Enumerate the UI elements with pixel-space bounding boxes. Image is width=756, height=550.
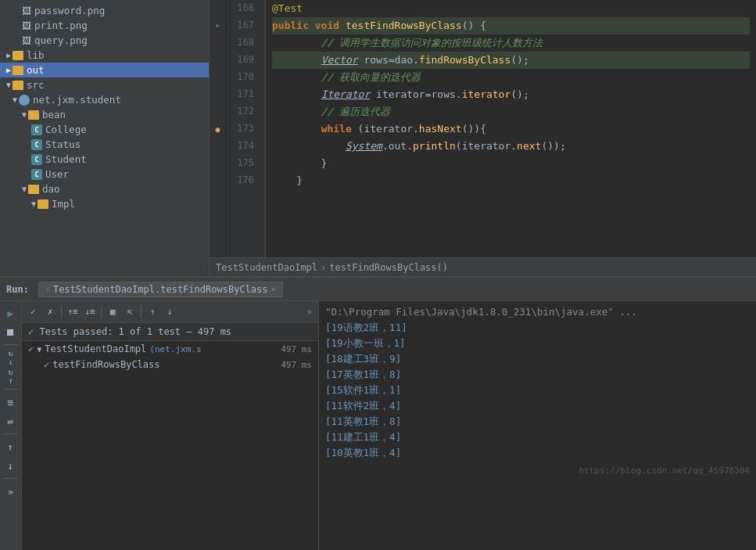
code-line-166: @Test bbox=[272, 0, 750, 17]
toolbar-separator-1 bbox=[4, 344, 18, 345]
more-options[interactable]: » bbox=[306, 307, 315, 317]
run-up-button[interactable]: ↑ bbox=[2, 438, 20, 455]
tree-expand-icon: ▼ bbox=[37, 345, 41, 354]
folder-icon bbox=[28, 185, 39, 194]
test-filter-btn[interactable]: ✓ bbox=[25, 304, 41, 320]
line-num-173: 173 bbox=[227, 120, 259, 138]
test-prev-btn[interactable]: ↑ bbox=[145, 304, 160, 320]
folder-icon bbox=[13, 51, 23, 60]
run-stop-button[interactable]: ⏹ bbox=[2, 323, 20, 340]
sidebar-item-lib[interactable]: ▶ lib bbox=[0, 48, 209, 63]
sidebar-item-password-png[interactable]: 🖼 password.png bbox=[0, 3, 209, 18]
code-editor[interactable]: @Test public void testFindRowsByClass() … bbox=[266, 0, 756, 257]
collapse-arrow: ▶ bbox=[6, 66, 11, 74]
class-icon: C bbox=[31, 169, 42, 180]
test-item-root[interactable]: ✔ ▼ TestStudentDaoImpl (net.jxm.s 497 ms bbox=[22, 341, 318, 357]
breadcrumb-class[interactable]: TestStudentDaoImpl bbox=[216, 262, 317, 273]
toolbar-separator-3 bbox=[4, 433, 18, 434]
test-item-method[interactable]: ✔ testFindRowsByClass 497 ms bbox=[22, 357, 318, 372]
test-status-bar: ✔ Tests passed: 1 of 1 test – 497 ms bbox=[22, 323, 318, 341]
breadcrumb-method[interactable]: testFindRowsByClass() bbox=[329, 262, 448, 273]
run-rerun-up-button[interactable]: ↻↑ bbox=[2, 368, 20, 385]
main-area: 🖼 password.png 🖼 print.png 🖼 query.png ▶… bbox=[0, 0, 756, 276]
test-expand-btn[interactable]: ⇱ bbox=[122, 304, 138, 320]
gutter-line-171 bbox=[210, 86, 227, 103]
output-line-6: [11软件2班，4] bbox=[325, 398, 750, 414]
output-line-7: [11英教1班，8] bbox=[325, 414, 750, 430]
gutter-line-173: ● bbox=[210, 120, 227, 138]
sidebar-item-student[interactable]: C Student bbox=[0, 152, 209, 167]
run-play-button[interactable]: ▶ bbox=[2, 304, 20, 322]
code-line-167: public void testFindRowsByClass() { bbox=[272, 17, 750, 34]
line-num-169: 169 bbox=[227, 52, 259, 69]
line-num-171: 171 bbox=[227, 86, 259, 103]
run-toolbar: ▶ ⏹ ↻↓ ↻↑ ≡ ⇌ ↑ ↓ » bbox=[0, 301, 22, 550]
test-sort-asc[interactable]: ↑≡ bbox=[65, 304, 81, 320]
code-line-168: // 调用学生数据访问对象的按班级统计人数方法 bbox=[272, 34, 750, 52]
sidebar-item-net-jxm[interactable]: ▼ net.jxm.student bbox=[0, 92, 209, 107]
sidebar-item-print-png[interactable]: 🖼 print.png bbox=[0, 18, 209, 33]
class-icon: C bbox=[31, 124, 42, 135]
test-tree: ✓ ✗ ↑≡ ↓≡ ▦ ⇱ ↑ ↓ » ✔ Tests passed: 1 of… bbox=[22, 301, 319, 550]
test-next-btn[interactable]: ↓ bbox=[162, 304, 177, 320]
code-line-175: } bbox=[272, 155, 750, 172]
test-sep-1 bbox=[61, 306, 62, 318]
run-tab-bar: Run: ⚡ TestStudentDaoImpl.testFindRowsBy… bbox=[0, 278, 756, 301]
sidebar-item-out[interactable]: ▶ out bbox=[0, 63, 209, 77]
sidebar-item-dao[interactable]: ▼ dao bbox=[0, 182, 209, 196]
collapse-arrow: ▼ bbox=[6, 81, 11, 89]
toolbar-separator-2 bbox=[4, 389, 18, 390]
gutter-line-175 bbox=[210, 155, 227, 172]
test-fail-btn[interactable]: ✗ bbox=[42, 304, 58, 320]
test-pass-icon: ✔ bbox=[28, 343, 34, 354]
run-tab[interactable]: ⚡ TestStudentDaoImpl.testFindRowsByClass… bbox=[38, 282, 283, 297]
code-line-171: Iterator iterator=rows.iterator(); bbox=[272, 86, 750, 103]
run-tab-close[interactable]: ✕ bbox=[271, 285, 275, 293]
code-line-170: // 获取向量的迭代器 bbox=[272, 69, 750, 86]
run-sort-button[interactable]: ≡ bbox=[2, 394, 20, 411]
toolbar-separator-4 bbox=[4, 478, 18, 479]
line-numbers: 166 167 168 169 170 171 172 173 174 175 … bbox=[227, 0, 266, 257]
output-area: "D:\Program Files\Java\jdk1.8.0_231\bin\… bbox=[319, 301, 756, 550]
gutter-line-168 bbox=[210, 34, 227, 52]
run-more-button[interactable]: » bbox=[2, 483, 20, 500]
test-toolbar: ✓ ✗ ↑≡ ↓≡ ▦ ⇱ ↑ ↓ » bbox=[22, 301, 318, 323]
output-line-3: [18建工3班，9] bbox=[325, 351, 750, 367]
test-group-btn[interactable]: ▦ bbox=[105, 304, 120, 320]
run-tab-icon: ⚡ bbox=[45, 285, 50, 293]
sidebar: 🖼 password.png 🖼 print.png 🖼 query.png ▶… bbox=[0, 0, 210, 276]
line-num-172: 172 bbox=[227, 103, 259, 120]
editor-area: ➤ ● 166 167 168 169 170 bbox=[210, 0, 756, 276]
sidebar-item-bean[interactable]: ▼ bean bbox=[0, 107, 209, 122]
gutter-line-172 bbox=[210, 103, 227, 120]
line-num-170: 170 bbox=[227, 69, 259, 86]
test-sort-desc[interactable]: ↓≡ bbox=[82, 304, 98, 320]
gutter-line-169 bbox=[210, 52, 227, 69]
run-content: ✓ ✗ ↑≡ ↓≡ ▦ ⇱ ↑ ↓ » ✔ Tests passed: 1 of… bbox=[22, 301, 756, 550]
editor-gutter: ➤ ● bbox=[210, 0, 227, 257]
collapse-arrow: ▼ bbox=[13, 95, 17, 104]
test-sep-2 bbox=[101, 306, 102, 318]
sidebar-item-query-png[interactable]: 🖼 query.png bbox=[0, 33, 209, 48]
run-down-button[interactable]: ↓ bbox=[2, 457, 20, 474]
test-sep-3 bbox=[141, 306, 142, 318]
run-rerun-button[interactable]: ↻↓ bbox=[2, 349, 20, 366]
code-line-173: while (iterator.hasNext()){ bbox=[272, 120, 750, 138]
sidebar-item-src[interactable]: ▼ src bbox=[0, 77, 209, 92]
test-method-pass-icon: ✔ bbox=[44, 359, 49, 370]
test-status-text: Tests passed: 1 of 1 test – 497 ms bbox=[39, 326, 231, 337]
output-line-1: [19语教2班，11] bbox=[325, 320, 750, 336]
run-body: ▶ ⏹ ↻↓ ↻↑ ≡ ⇌ ↑ ↓ » ✓ ✗ ↑≡ ↓≡ bbox=[0, 301, 756, 550]
gutter-line-176 bbox=[210, 172, 227, 189]
output-line-5: [15软件1班，1] bbox=[325, 383, 750, 398]
output-line-4: [17英教1班，8] bbox=[325, 367, 750, 383]
folder-icon bbox=[13, 66, 23, 75]
run-toggle-button[interactable]: ⇌ bbox=[2, 412, 20, 430]
output-line-2: [19小教一班，1] bbox=[325, 336, 750, 351]
folder-icon bbox=[38, 200, 48, 209]
gutter-line-174 bbox=[210, 138, 227, 155]
sidebar-item-impl[interactable]: ▼ Impl bbox=[0, 196, 209, 211]
sidebar-item-status[interactable]: C Status bbox=[0, 137, 209, 152]
sidebar-item-college[interactable]: C College bbox=[0, 122, 209, 137]
sidebar-item-user[interactable]: C User bbox=[0, 167, 209, 182]
